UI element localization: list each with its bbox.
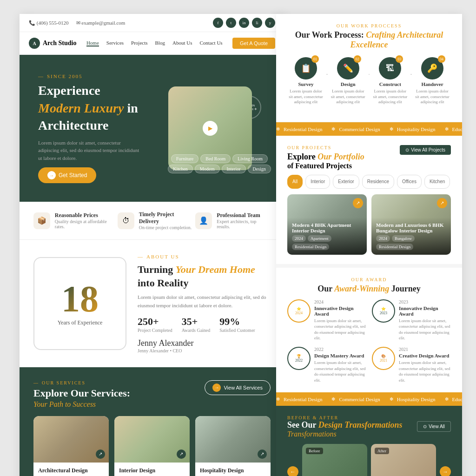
about-stats: 250+ Project Completed 35+ Awards Gained… — [138, 316, 271, 333]
award-badge-2022: 🏆2022 — [287, 347, 311, 370]
service-hosp-title: Hospitality Design — [200, 467, 266, 474]
award-badge-2024: ⭐2024 — [287, 299, 311, 323]
instagram-icon[interactable]: in — [239, 18, 249, 28]
logo-icon: A — [29, 38, 40, 49]
tab-kitchen[interactable]: Kitchen — [424, 175, 450, 189]
hero-in: in — [127, 101, 138, 115]
service-interior-image: ↗ — [114, 416, 190, 463]
before-image: Before — [302, 444, 367, 476]
services-title: Explore Our Services: — [33, 387, 130, 399]
service-interior-arrow-icon[interactable]: ↗ — [177, 450, 186, 459]
projects-title-italic: Our Portfolio — [317, 152, 364, 161]
services-grid: ↗ Architectural Design Lorem ipsum dolor… — [33, 416, 271, 476]
ticker-item-3: ✻Hospitality Design — [390, 126, 436, 132]
nav-services[interactable]: Services — [106, 40, 124, 46]
nav-blog[interactable]: Blog — [155, 40, 165, 46]
hero-title-line2: Modern Luxury in — [38, 100, 168, 116]
service-arch-title: Architectural Design — [38, 467, 104, 474]
tag-modern: Modern — [195, 165, 220, 173]
project-grid: ↗ Modern 4 BHK Apartment Interior Design… — [287, 194, 451, 255]
work-process-label: OUR WORK PROCCESS — [287, 23, 451, 28]
service-arch-image: ↗ — [33, 416, 109, 463]
award-2023-title: Innovative Design Award — [399, 305, 451, 317]
about-section: 18 Years of Experience ABOUT US Turning … — [20, 240, 284, 367]
step-survey: 📋01 Survey Lorem ipsum dolor sit amet, c… — [287, 57, 324, 105]
youtube-icon[interactable]: y — [265, 18, 275, 28]
service-arch-arrow-icon[interactable]: ↗ — [96, 450, 105, 459]
feature-delivery-title: Timely Project Delivery — [139, 211, 196, 225]
step-design: ✏️02 Design Lorem ipsum dolor sit amet, … — [330, 57, 367, 105]
award-2022-desc: Lorem ipsum dolor sit amet, consectetur … — [314, 360, 366, 383]
hero-cta-button[interactable]: → Get Started — [38, 167, 96, 183]
step-construct: 🏗03 Construct Lorem ipsum dolor sit amet… — [371, 57, 409, 105]
project-bungalow-arrow-icon[interactable]: ↗ — [437, 198, 447, 208]
contact-info: 📞 (406) 555-0120 ✉ example@gmail.com — [29, 20, 125, 26]
ticker-item-4: ✻Educational Architecture — [445, 126, 462, 132]
before-after-section: BEFORE & AFTER See Our Design Transforma… — [276, 406, 462, 476]
service-card-hospitality: ↗ Hospitality Design Lorem ipsum dolor s… — [195, 416, 271, 476]
tab-offices[interactable]: Offices — [397, 175, 422, 189]
project-apartment-title: Modern 4 BHK Apartment Interior Design — [292, 222, 362, 233]
about-image-box: 18 Years of Experience — [33, 257, 126, 350]
play-button[interactable]: ▶ — [203, 121, 218, 136]
linkedin-icon[interactable]: li — [252, 18, 262, 28]
award-badge-2021: 🎨2021 — [372, 347, 395, 370]
nav-projects[interactable]: Projects — [131, 40, 147, 46]
hero-section: SINCE 2005 Experience Modern Luxury in A… — [20, 55, 284, 202]
ba-transformations: Transformations — [287, 430, 403, 438]
construct-icon: 🏗03 — [379, 57, 401, 79]
feature-prices: 📦 Reasonable Prices Quality design at af… — [33, 211, 118, 230]
after-image: After — [371, 444, 436, 476]
ba-next-button[interactable]: → — [440, 466, 451, 476]
hero-title-line3: Architecture — [38, 118, 168, 133]
hero-title-line1: Experience — [38, 83, 168, 99]
tab-residence[interactable]: Residence — [362, 175, 394, 189]
award-2021-year: 2021 — [399, 347, 451, 352]
feature-delivery-desc: On-time project completion. — [139, 225, 196, 230]
hero-btn-arrow-icon: → — [47, 171, 56, 179]
facebook-icon[interactable]: f — [213, 18, 223, 28]
tab-exterior[interactable]: Exterior — [333, 175, 359, 189]
nav-contact[interactable]: Contact Us — [199, 40, 222, 46]
about-heading: Turning Your Dream Home into Reality — [138, 263, 271, 290]
services-header: OUR SERVICES Explore Our Services: Your … — [33, 380, 271, 409]
right-panel: OUR WORK PROCCESS Our Work Process: Craf… — [276, 14, 462, 476]
award-2024: ⭐2024 2024 Innovative Design Award Lorem… — [287, 299, 366, 341]
nav-about[interactable]: About Us — [172, 40, 192, 46]
ticker-1: ✻Residential Design ✻Commercial Design ✻… — [276, 122, 462, 136]
service-hospitality-image: ↗ — [195, 416, 271, 463]
service-hosp-arrow-icon[interactable]: ↗ — [258, 450, 267, 459]
project-bungalow-tag1: Residential Design — [376, 244, 413, 250]
step-construct-name: Construct — [379, 81, 401, 87]
logo-text: Arch Studio — [43, 40, 76, 47]
feature-prices-desc: Quality design at affordable rates. — [55, 219, 118, 229]
project-bungalow-title: Modern and Luxurious 6 BHK Bungalow Inte… — [376, 222, 446, 233]
get-quote-button[interactable]: Get A Quote — [232, 38, 275, 49]
feature-prices-title: Reasonable Prices — [55, 212, 118, 219]
ba-view-all-button[interactable]: ⊙ View All — [417, 421, 451, 432]
step-design-desc: Lorem ipsum dolor sit amet, consectetur … — [330, 89, 367, 105]
award-2024-title: Innovative Design Award — [314, 305, 366, 317]
project-apartment-arrow-icon[interactable]: ↗ — [353, 198, 363, 208]
tab-all[interactable]: All — [287, 175, 303, 189]
stat-projects: 250+ Project Completed — [138, 316, 172, 333]
award-2021-desc: Lorem ipsum dolor sit amet, consectetur … — [399, 360, 451, 383]
tab-interior[interactable]: Interior — [305, 175, 330, 189]
twitter-icon[interactable]: t — [226, 18, 236, 28]
project-apartment-year: 2024 — [292, 235, 306, 242]
project-card-bungalow: ↗ Modern and Luxurious 6 BHK Bungalow In… — [371, 194, 451, 255]
ticker-2: ✻Residential Design ✻Commercial Design ✻… — [276, 392, 462, 406]
step-handover-name: Handover — [421, 81, 443, 87]
services-label: OUR SERVICES — [33, 380, 130, 385]
view-all-services-button[interactable]: → View All Services — [205, 380, 271, 395]
tag-furniture: Furniture — [171, 154, 198, 163]
ba-prev-button[interactable]: ← — [287, 466, 298, 476]
view-all-projects-button[interactable]: ⊙ View All Projects — [400, 145, 451, 155]
hero-tags: Furniture Bed Room Living Room Kitchen M… — [168, 153, 271, 175]
tag-interior: Interior — [222, 165, 246, 173]
nav-home[interactable]: Home — [86, 40, 99, 46]
hero-italic: Modern Luxury — [38, 101, 124, 115]
stat-customers: 99% Satisfied Customer — [219, 316, 255, 333]
projects-title2: of Featured Projects — [287, 162, 364, 170]
award-2022-year: 2022 — [314, 347, 366, 352]
